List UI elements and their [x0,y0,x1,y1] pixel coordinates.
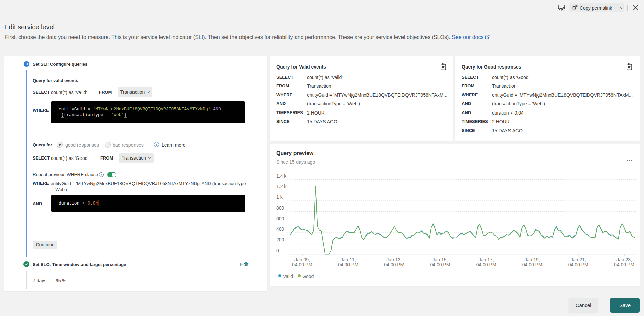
svg-text:0: 0 [276,248,279,253]
svg-text:04:00 PM: 04:00 PM [338,262,358,267]
svg-text:04:00 PM: 04:00 PM [568,262,588,267]
svg-text:04:00 PM: 04:00 PM [522,262,542,267]
svg-text:600: 600 [276,216,284,221]
svg-text:1.2 k: 1.2 k [276,184,287,189]
svg-text:04:00 PM: 04:00 PM [614,262,634,267]
svg-text:200: 200 [276,237,284,242]
svg-text:04:00 PM: 04:00 PM [292,262,312,267]
svg-text:04:00 PM: 04:00 PM [430,262,450,267]
svg-text:04:00 PM: 04:00 PM [384,262,404,267]
svg-text:04:00 PM: 04:00 PM [476,262,496,267]
svg-text:1 k: 1 k [276,194,283,200]
svg-text:800: 800 [276,205,284,211]
svg-text:1.4 k: 1.4 k [276,173,287,179]
svg-text:400: 400 [276,226,284,232]
